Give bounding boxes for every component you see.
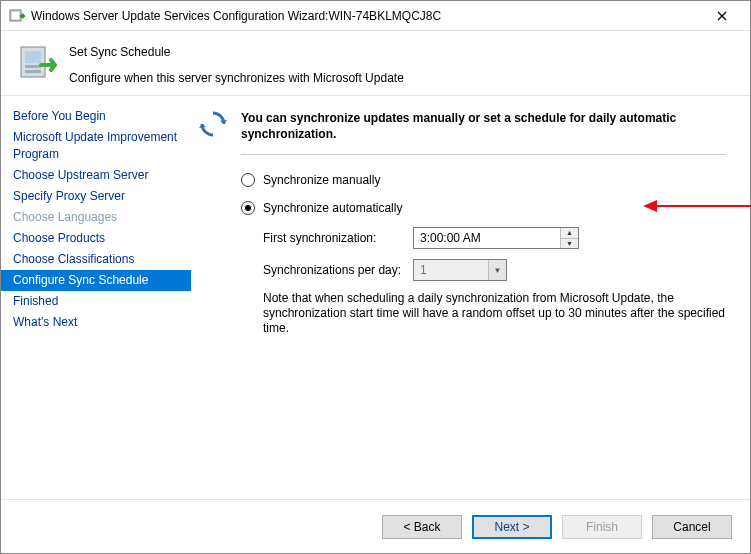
radio-icon	[241, 173, 255, 187]
svg-rect-5	[25, 70, 41, 73]
per-day-combo[interactable]: 1 ▼	[413, 259, 507, 281]
wizard-footer: < Back Next > Finish Cancel	[1, 499, 750, 553]
per-day-label: Synchronizations per day:	[263, 263, 413, 277]
first-sync-label: First synchronization:	[263, 231, 413, 245]
page-subtitle: Configure when this server synchronizes …	[69, 71, 404, 85]
svg-rect-1	[12, 12, 19, 19]
radio-sync-manually[interactable]: Synchronize manually	[241, 173, 726, 187]
nav-item-3[interactable]: Specify Proxy Server	[1, 186, 191, 207]
close-button[interactable]	[702, 2, 742, 30]
content-pane: You can synchronize updates manually or …	[191, 96, 750, 499]
intro-text: You can synchronize updates manually or …	[241, 108, 726, 142]
nav-item-9[interactable]: What's Next	[1, 312, 191, 333]
wizard-window: Windows Server Update Services Configura…	[0, 0, 751, 554]
nav-item-0[interactable]: Before You Begin	[1, 106, 191, 127]
cancel-button[interactable]: Cancel	[652, 515, 732, 539]
titlebar: Windows Server Update Services Configura…	[1, 1, 750, 31]
nav-sidebar: Before You BeginMicrosoft Update Improve…	[1, 96, 191, 499]
nav-item-7[interactable]: Configure Sync Schedule	[1, 270, 191, 291]
nav-item-6[interactable]: Choose Classifications	[1, 249, 191, 270]
svg-rect-4	[25, 65, 41, 68]
header-icon	[17, 43, 57, 83]
nav-item-4: Choose Languages	[1, 207, 191, 228]
nav-item-5[interactable]: Choose Products	[1, 228, 191, 249]
nav-item-1[interactable]: Microsoft Update Improvement Program	[1, 127, 191, 165]
radio-label-auto: Synchronize automatically	[263, 201, 402, 215]
per-day-value: 1	[414, 263, 488, 277]
chevron-down-icon: ▼	[488, 260, 506, 280]
back-button[interactable]: < Back	[382, 515, 462, 539]
radio-sync-automatically[interactable]: Synchronize automatically	[241, 201, 726, 215]
next-button[interactable]: Next >	[472, 515, 552, 539]
wizard-header: Set Sync Schedule Configure when this se…	[1, 31, 750, 95]
finish-button: Finish	[562, 515, 642, 539]
window-title: Windows Server Update Services Configura…	[31, 9, 702, 23]
schedule-note: Note that when scheduling a daily synchr…	[263, 291, 726, 336]
page-title: Set Sync Schedule	[69, 45, 404, 59]
time-spinner: ▲ ▼	[560, 228, 578, 248]
first-sync-input[interactable]: 3:00:00 AM ▲ ▼	[413, 227, 579, 249]
sync-icon	[197, 108, 229, 140]
spin-down-button[interactable]: ▼	[561, 239, 578, 249]
radio-icon	[241, 201, 255, 215]
app-icon	[9, 8, 25, 24]
svg-rect-3	[25, 51, 41, 63]
separator	[241, 154, 726, 155]
close-icon	[717, 11, 727, 21]
nav-item-2[interactable]: Choose Upstream Server	[1, 165, 191, 186]
spin-up-button[interactable]: ▲	[561, 228, 578, 239]
radio-label-manual: Synchronize manually	[263, 173, 380, 187]
first-sync-value: 3:00:00 AM	[414, 228, 560, 248]
nav-item-8[interactable]: Finished	[1, 291, 191, 312]
